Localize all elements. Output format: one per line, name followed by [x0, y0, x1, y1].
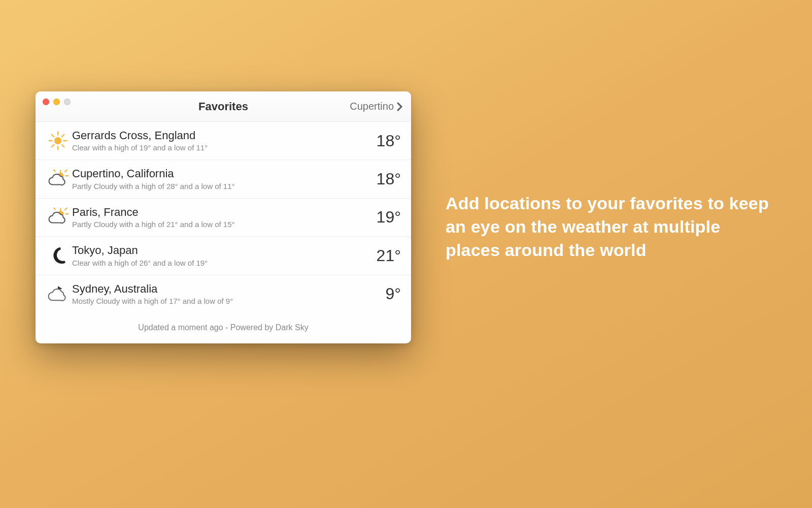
svg-point-0 — [54, 137, 61, 144]
close-window-button[interactable] — [43, 99, 49, 105]
chevron-right-icon — [397, 102, 403, 111]
location-name: Gerrards Cross, England — [72, 129, 370, 142]
favorites-list: Gerrards Cross, England Clear with a hig… — [36, 122, 411, 313]
location-name: Cupertino, California — [72, 167, 370, 180]
location-desc: Mostly Cloudy with a high of 17° and a l… — [72, 297, 379, 306]
cloudy-wind-icon — [44, 283, 72, 305]
location-name: Paris, France — [72, 206, 370, 219]
favorite-row[interactable]: Gerrards Cross, England Clear with a hig… — [36, 122, 411, 160]
minimize-window-button[interactable] — [53, 99, 60, 105]
sun-icon — [44, 130, 72, 151]
favorites-window: Favorites Cupertino — [36, 91, 411, 343]
svg-line-12 — [54, 170, 55, 171]
location-desc: Clear with a high of 19° and a low of 11… — [72, 143, 370, 152]
location-name: Tokyo, Japan — [72, 244, 370, 257]
favorite-row[interactable]: Sydney, Australia Mostly Cloudy with a h… — [36, 275, 411, 313]
marketing-copy: Add locations to your favorites to keep … — [446, 192, 770, 262]
window-controls — [43, 99, 71, 105]
location-temp: 18° — [370, 170, 401, 188]
svg-line-8 — [62, 135, 64, 137]
favorite-row[interactable]: Paris, France Partly Cloudy with a high … — [36, 199, 411, 237]
favorite-row[interactable]: Tokyo, Japan Clear with a high of 26° an… — [36, 237, 411, 275]
location-temp: 9° — [379, 284, 401, 303]
svg-line-17 — [54, 208, 55, 210]
titlebar: Favorites Cupertino — [36, 91, 411, 122]
svg-line-11 — [65, 170, 67, 172]
favorite-row[interactable]: Cupertino, California Partly Cloudy with… — [36, 160, 411, 198]
location-temp: 18° — [370, 132, 401, 150]
partly-cloudy-icon — [44, 169, 72, 190]
location-desc: Partly Cloudy with a high of 28° and a l… — [72, 182, 370, 191]
location-desc: Clear with a high of 26° and a low of 19… — [72, 259, 370, 268]
location-name: Sydney, Australia — [72, 282, 379, 296]
current-location-nav[interactable]: Cupertino — [350, 91, 403, 121]
svg-line-7 — [52, 145, 54, 147]
svg-line-6 — [62, 145, 64, 147]
moon-icon — [44, 245, 72, 266]
svg-line-16 — [65, 208, 67, 210]
location-desc: Partly Cloudy with a high of 21° and a l… — [72, 220, 370, 229]
footer-status: Updated a moment ago - Powered by Dark S… — [36, 313, 411, 343]
svg-line-5 — [52, 135, 54, 137]
zoom-window-button[interactable] — [64, 99, 71, 105]
partly-cloudy-icon — [44, 207, 72, 228]
current-location-label: Cupertino — [350, 101, 394, 112]
location-temp: 19° — [370, 208, 401, 227]
location-temp: 21° — [370, 246, 401, 265]
window-title: Favorites — [198, 100, 248, 113]
